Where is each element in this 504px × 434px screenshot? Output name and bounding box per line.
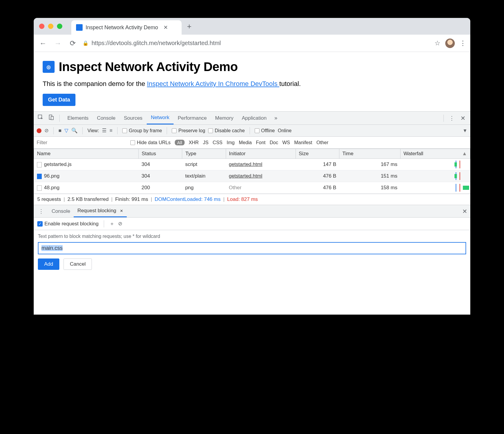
network-table: NameStatusTypeInitiatorSizeTimeWaterfall… (34, 149, 470, 194)
offline-checkbox[interactable]: Offline (255, 128, 275, 133)
overview-icon[interactable]: ≡ (109, 128, 112, 134)
column-waterfall[interactable]: Waterfall▲ (400, 149, 470, 159)
filter-input[interactable] (37, 140, 126, 145)
devtools-tabs: ElementsConsoleSourcesNetworkPerformance… (34, 112, 470, 125)
settings-dropdown-icon[interactable]: ▼ (463, 128, 467, 133)
column-size[interactable]: Size (296, 149, 339, 159)
add-pattern-icon[interactable]: ＋ (109, 220, 115, 227)
get-data-button[interactable]: Get Data (43, 94, 75, 106)
filter-type-css[interactable]: CSS (213, 140, 222, 145)
enable-request-blocking-label: Enable request blocking (44, 221, 98, 227)
back-button[interactable]: ← (38, 39, 48, 47)
column-time[interactable]: Time (339, 149, 401, 159)
online-label[interactable]: Online (278, 128, 291, 133)
table-header-row: NameStatusTypeInitiatorSizeTimeWaterfall… (34, 149, 470, 159)
preserve-log-checkbox[interactable]: Preserve log (172, 128, 205, 133)
drawer-close-icon[interactable]: ✕ (462, 208, 467, 215)
clear-icon[interactable]: ⊘ (44, 127, 49, 134)
devtools-tab-network[interactable]: Network (147, 112, 174, 124)
camera-icon[interactable]: ■ (58, 128, 61, 134)
close-window-button[interactable] (39, 24, 44, 29)
filter-type-all[interactable]: All (175, 140, 185, 145)
inspect-element-icon[interactable] (36, 115, 45, 121)
tutorial-link[interactable]: Inspect Network Activity In Chrome DevTo… (147, 80, 279, 87)
separator (250, 127, 250, 134)
network-summary: 5 requests | 2.5 KB transferred | Finish… (34, 194, 470, 205)
filter-type-doc[interactable]: Doc (270, 140, 278, 145)
enable-request-blocking-checkbox[interactable]: ✓ Enable request blocking (37, 221, 98, 227)
cell-waterfall (400, 159, 470, 170)
tab-favicon (76, 24, 83, 31)
devtools-tab-application[interactable]: Application (238, 112, 271, 124)
page-header: ◎ Inspect Network Activity Demo (43, 60, 461, 74)
filter-type-img[interactable]: Img (227, 140, 235, 145)
summary-transferred: 2.5 KB transferred (67, 196, 109, 202)
column-type[interactable]: Type (182, 149, 226, 159)
filter-type-other[interactable]: Other (316, 140, 328, 145)
pattern-input[interactable]: main.css (38, 242, 466, 254)
search-icon[interactable]: 🔍 (71, 127, 78, 134)
filter-type-media[interactable]: Media (239, 140, 252, 145)
devtools-tab-elements[interactable]: Elements (63, 112, 93, 124)
filter-icon[interactable]: ▽ (64, 127, 68, 134)
view-label: View: (87, 128, 99, 133)
large-rows-icon[interactable]: ☰ (102, 127, 106, 134)
record-button[interactable] (37, 128, 41, 133)
device-toggle-icon[interactable] (47, 115, 56, 121)
checkbox-icon (172, 128, 177, 133)
cancel-button[interactable]: Cancel (64, 258, 92, 270)
group-by-frame-checkbox[interactable]: Group by frame (122, 128, 162, 133)
table-row[interactable]: 48.png200pngOther476 B158 ms (34, 182, 470, 194)
drawer-tab-request-blocking[interactable]: Request blocking✕ (74, 205, 126, 217)
devtools-tab-sources[interactable]: Sources (120, 112, 146, 124)
request-blocking-toolbar: ✓ Enable request blocking ＋ ⊘ (34, 218, 470, 230)
tab-close-icon[interactable]: ✕ (163, 24, 168, 31)
cell-size: 147 B (296, 159, 339, 170)
remove-all-icon[interactable]: ⊘ (118, 221, 122, 227)
address-bar[interactable]: 🔒 https://devtools.glitch.me/network/get… (83, 40, 430, 47)
separator (443, 115, 444, 122)
filter-type-js[interactable]: JS (203, 140, 208, 145)
cell-status: 304 (139, 159, 182, 170)
devtools-close-icon[interactable]: ✕ (458, 115, 468, 122)
devtools-tab-memory[interactable]: Memory (211, 112, 237, 124)
column-status[interactable]: Status (139, 149, 182, 159)
cell-waterfall (400, 182, 470, 194)
devtools-menu-icon[interactable]: ⋮ (447, 115, 456, 121)
cell-size: 476 B (296, 182, 339, 194)
cell-name: 48.png (34, 182, 139, 194)
tab-close-icon[interactable]: ✕ (120, 209, 123, 213)
pattern-input-value: main.css (41, 245, 63, 251)
new-tab-button[interactable]: + (187, 22, 191, 31)
minimize-window-button[interactable] (48, 24, 53, 29)
browser-tab[interactable]: Inspect Network Activity Demo ✕ (71, 20, 182, 35)
more-tabs-icon[interactable]: » (273, 115, 279, 121)
devtools-tab-console[interactable]: Console (93, 112, 120, 124)
forward-button[interactable]: → (53, 39, 63, 47)
separator (59, 115, 60, 122)
table-row[interactable]: 96.png304text/plaingetstarted.html476 B1… (34, 170, 470, 182)
disable-cache-checkbox[interactable]: Disable cache (208, 128, 245, 133)
hide-data-urls-checkbox[interactable]: Hide data URLs (130, 140, 171, 145)
drawer-menu-icon[interactable]: ⋮ (37, 208, 46, 215)
checkbox-checked-icon: ✓ (37, 221, 43, 227)
column-initiator[interactable]: Initiator (226, 149, 296, 159)
cell-status: 304 (139, 170, 182, 182)
add-button[interactable]: Add (38, 258, 59, 270)
preserve-log-label: Preserve log (178, 128, 205, 133)
browser-menu-icon[interactable]: ⋮ (460, 39, 466, 47)
table-row[interactable]: getstarted.js304scriptgetstarted.html147… (34, 159, 470, 170)
filter-type-xhr[interactable]: XHR (189, 140, 199, 145)
column-name[interactable]: Name (34, 149, 139, 159)
filter-type-font[interactable]: Font (256, 140, 265, 145)
maximize-window-button[interactable] (57, 24, 62, 29)
cell-initiator[interactable]: getstarted.html (226, 170, 296, 182)
bookmark-star-icon[interactable]: ☆ (435, 39, 440, 47)
filter-type-ws[interactable]: WS (282, 140, 290, 145)
filter-type-manifest[interactable]: Manifest (294, 140, 312, 145)
reload-button[interactable]: ⟳ (68, 39, 78, 47)
devtools-tab-performance[interactable]: Performance (174, 112, 211, 124)
cell-initiator[interactable]: getstarted.html (226, 159, 296, 170)
profile-avatar[interactable] (445, 39, 455, 48)
drawer-tab-console[interactable]: Console (48, 205, 74, 217)
